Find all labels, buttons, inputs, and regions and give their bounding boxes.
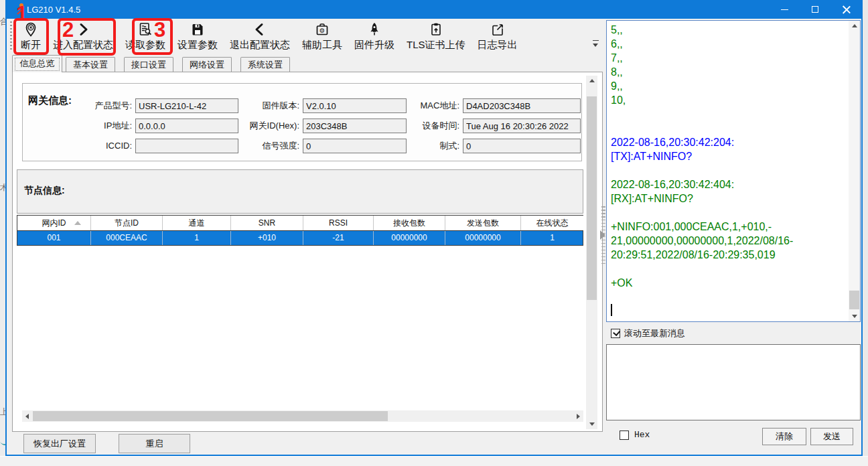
toolbar-tls-cert-upload-button[interactable]: TLS证书上传 [401, 19, 472, 52]
export-icon [490, 21, 506, 38]
content-vertical-scrollbar[interactable] [586, 76, 597, 429]
toolbar-exit-config-button[interactable]: 退出配置状态 [224, 19, 296, 52]
column-header[interactable]: 发送包数 [445, 216, 521, 230]
gateway-info-title: 网关信息: [28, 94, 72, 107]
tab-label: 网络设置 [190, 60, 224, 70]
scroll-up-button[interactable] [849, 21, 860, 31]
sort-asc-icon [74, 221, 81, 225]
toolbar-overflow-button[interactable] [592, 39, 600, 48]
autoscroll-checkbox[interactable] [611, 329, 620, 338]
mac-address-field[interactable] [463, 98, 581, 113]
overflow-icon [593, 40, 599, 41]
column-header[interactable]: 接收包数 [374, 216, 445, 230]
toolbar-firmware-upgrade-button[interactable]: 固件升级 [348, 19, 401, 52]
column-header[interactable]: 在线状态 [521, 216, 583, 230]
screen: 合 术 上 LG210 V1.4.5 [0, 0, 868, 466]
panel-splitter[interactable] [600, 206, 606, 265]
vertical-scroll-thumb[interactable] [587, 96, 597, 300]
background-window-bottom [0, 456, 868, 466]
firmware-version-field[interactable] [303, 98, 407, 113]
column-header[interactable]: 通道 [163, 216, 231, 230]
tab-interface-settings[interactable]: 接口设置 [124, 57, 173, 72]
column-header[interactable]: 网内ID [17, 216, 91, 230]
title-bar[interactable]: LG210 V1.4.5 [7, 0, 861, 19]
device-time-field[interactable] [463, 119, 581, 133]
toolbar-grip[interactable] [10, 21, 12, 51]
toolbar-label: 辅助工具 [302, 39, 342, 52]
tab-system-settings[interactable]: 系统设置 [240, 57, 290, 72]
arrow-left-icon [25, 414, 29, 419]
arrow-up-icon [852, 24, 857, 27]
app-window: LG210 V1.4.5 断开 [5, 0, 863, 456]
gateway-fields: 产品型号: 固件版本: MAC地址: IP地址: 网关ID(Hex): 设备时间… [78, 98, 581, 153]
scroll-down-button[interactable] [586, 418, 597, 429]
node-table-row-selected[interactable]: 001 000CEAAC 1 +010 -21 00000000 0000000… [17, 230, 583, 245]
field-label: 产品型号: [78, 98, 135, 113]
toolbar-label: 设置参数 [177, 39, 218, 52]
arrow-up-icon [589, 79, 595, 82]
toolbar-label: 日志导出 [478, 39, 518, 52]
info-overview-page: 网关信息: 产品型号: 固件版本: MAC地址: IP地址: 网关ID(Hex)… [12, 72, 603, 432]
gateway-info-group: 网关信息: 产品型号: 固件版本: MAC地址: IP地址: 网关ID(Hex)… [22, 83, 582, 161]
close-button[interactable] [831, 0, 861, 19]
log-line: [TX]:AT+NINFO? [611, 149, 845, 163]
scroll-up-button[interactable] [586, 76, 597, 86]
log-line: 8,, [611, 65, 845, 79]
minimize-button[interactable] [770, 0, 800, 19]
tab-label: 基本设置 [73, 60, 108, 70]
cell-online-status: 1 [521, 231, 583, 245]
send-button[interactable]: 发送 [810, 428, 853, 445]
toolbar-aux-tools-button[interactable]: ⚙ 辅助工具 [296, 19, 348, 52]
scroll-right-button[interactable] [573, 410, 583, 422]
field-label: IP地址: [78, 119, 135, 133]
reboot-button[interactable]: 重启 [119, 434, 190, 453]
hex-checkbox[interactable] [620, 431, 629, 440]
cell-rx-packets: 00000000 [374, 231, 445, 245]
iccid-field[interactable] [135, 139, 238, 153]
cell-node-id: 000CEAAC [91, 231, 163, 245]
column-header[interactable]: RSSI [303, 216, 374, 230]
maximize-button[interactable] [800, 0, 830, 19]
column-header[interactable]: 节点ID [91, 216, 163, 230]
network-mode-field[interactable] [463, 139, 581, 153]
log-scroll-thumb[interactable] [849, 291, 859, 309]
product-model-field[interactable] [135, 98, 238, 113]
send-input-area[interactable] [606, 344, 861, 420]
signal-strength-field[interactable] [303, 139, 407, 153]
node-info-title: 节点信息: [24, 185, 65, 197]
content-horizontal-scrollbar[interactable] [22, 410, 583, 422]
log-line [611, 206, 845, 220]
log-line [611, 107, 845, 121]
ip-address-field[interactable] [135, 119, 238, 133]
field-label: ICCID: [78, 139, 135, 153]
collapse-right-icon [600, 230, 605, 240]
maximize-icon [812, 6, 818, 13]
tab-network-settings[interactable]: 网络设置 [182, 57, 232, 72]
arrow-down-icon [852, 315, 857, 318]
column-header[interactable]: SNR [231, 216, 303, 230]
gateway-id-field[interactable] [303, 119, 407, 133]
tab-basic-settings[interactable]: 基本设置 [66, 57, 115, 72]
log-line: [RX]:AT+NINFO? [611, 191, 845, 206]
cell-channel: 1 [163, 231, 231, 245]
horizontal-scroll-thumb[interactable] [33, 411, 388, 421]
log-scrollbar[interactable] [849, 21, 860, 321]
scroll-down-button[interactable] [849, 311, 860, 321]
clear-button[interactable]: 清除 [762, 428, 806, 445]
toolbar-log-export-button[interactable]: 日志导出 [472, 19, 524, 52]
log-line [611, 163, 845, 177]
log-output-area[interactable]: 5,,6,,7,,8,,9,,10, 2022-08-16,20:30:42:2… [606, 20, 861, 322]
log-line: +NINFO:001,000CEAAC,1,+010,- [611, 220, 845, 234]
toolbar-set-params-button[interactable]: 设置参数 [171, 19, 224, 52]
node-info-section: 节点信息: [17, 169, 583, 214]
node-table: 网内ID 节点ID 通道 SNR RSSI 接收包数 发送包数 在线状态 001… [17, 215, 583, 246]
field-label: 网关ID(Hex): [238, 119, 303, 133]
log-line: +OK [611, 276, 845, 290]
scroll-left-button[interactable] [22, 410, 33, 422]
factory-reset-button[interactable]: 恢复出厂设置 [23, 434, 96, 453]
chevron-left-icon [252, 21, 268, 38]
log-line: 2022-08-16,20:30:42:404: [611, 177, 845, 191]
tab-info-overview[interactable]: 信息总览 [12, 55, 62, 72]
hex-label: Hex [634, 430, 650, 440]
arrow-right-icon [577, 414, 580, 419]
